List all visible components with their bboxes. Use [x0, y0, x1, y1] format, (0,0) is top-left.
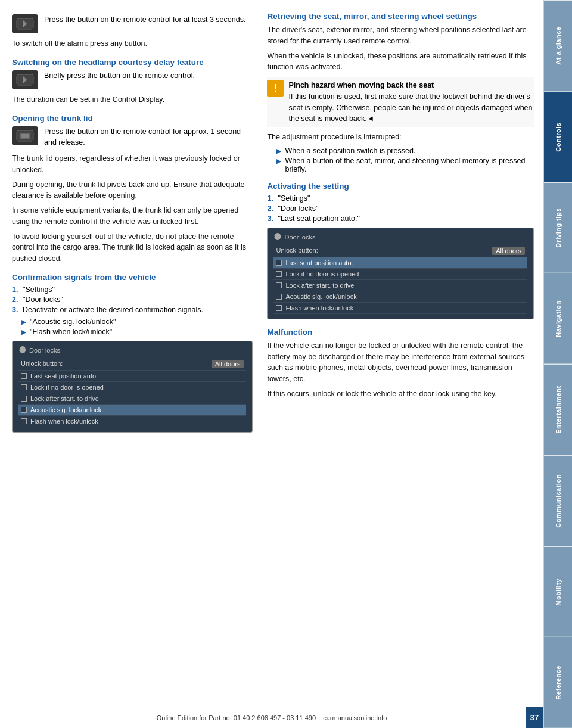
sidebar-tab-mobility[interactable]: Mobility: [544, 546, 572, 637]
trunk-heading: Opening the trunk lid: [12, 114, 253, 123]
activating-list: 1. "Settings" 2. "Door locks" 3. "Last s…: [267, 194, 534, 223]
headlamp-note: The duration can be set in the Control D…: [12, 94, 253, 105]
trunk-para2: During opening, the trunk lid pivots bac…: [12, 179, 253, 202]
act-item-2: 2. "Door locks": [267, 204, 534, 213]
screen1-title: Door locks: [29, 347, 60, 354]
sidebar: At a glance Controls Driving tips Naviga…: [543, 0, 572, 728]
screen1-wrapper: Door locks Unlock button: All doors Last…: [12, 341, 253, 433]
screen2-header-label: Unlock button:: [276, 247, 318, 255]
screen-checkbox: [21, 384, 27, 390]
remote-icon-trunk: [12, 126, 38, 145]
screen-checkbox: [21, 407, 27, 413]
screen-checkbox: [276, 282, 282, 288]
screen-row: Lock if no door is opened: [18, 382, 246, 393]
screen-checkbox: [276, 305, 282, 311]
warning-title: Pinch hazard when moving back the seat: [288, 81, 434, 89]
sidebar-tab-controls[interactable]: Controls: [544, 91, 572, 182]
confirmation-heading: Confirmation signals from the vehicle: [12, 273, 253, 282]
conf-sub1: ▶ "Acoustic sig. lock/unlock": [21, 318, 253, 326]
trunk-instruction-block: Press the button on the remote control f…: [12, 126, 253, 149]
screen-checkbox: [276, 271, 282, 277]
remote-icon-headlamp: [12, 70, 38, 89]
conf-sub2: ▶ "Flash when lock/unlock": [21, 328, 253, 336]
sidebar-tab-driving-tips[interactable]: Driving tips: [544, 182, 572, 273]
malfunction-para2: If this occurs, unlock or lock the vehic…: [267, 388, 534, 400]
screen-checkbox: [21, 396, 27, 402]
sidebar-tab-reference[interactable]: Reference: [544, 637, 572, 728]
screen-checkbox: [21, 418, 27, 424]
screen-checkbox: [276, 260, 282, 266]
footer-text: Online Edition for Part no. 01 40 2 606 …: [157, 714, 387, 721]
trunk-instruction-text: Press the button on the remote control f…: [44, 126, 253, 149]
svg-rect-6: [21, 134, 29, 138]
activating-heading: Activating the setting: [267, 182, 534, 191]
screen2-rows: Last seat position auto.Lock if no door …: [273, 257, 527, 314]
screen1-header: Unlock button: All doors: [18, 358, 246, 371]
screen-row: Acoustic sig. lock/unlock: [273, 291, 527, 303]
intro-instruction-block: Press the button on the remote control f…: [12, 14, 253, 33]
warning-body: If this function is used, first make sur…: [288, 92, 532, 123]
retrieve-para2: When the vehicle is unlocked, these posi…: [267, 51, 534, 73]
retrieve-heading: Retrieving the seat, mirror, and steerin…: [267, 12, 534, 21]
screen2-header: Unlock button: All doors: [273, 245, 527, 257]
screen-row: Flash when lock/unlock: [18, 416, 246, 427]
screen2-title-bar: Door locks: [273, 233, 527, 241]
confirmation-sublist: ▶ "Acoustic sig. lock/unlock" ▶ "Flash w…: [21, 318, 253, 336]
switch-off-alarm-text: To switch off the alarm: press any butto…: [12, 38, 253, 49]
confirmation-list: 1. "Settings" 2. "Door locks" 3. Deactiv…: [12, 285, 253, 314]
conf-item-2: 2. "Door locks": [12, 295, 253, 304]
act-item-1: 1. "Settings": [267, 194, 534, 203]
intro-instruction-text: Press the button on the remote control f…: [44, 14, 253, 26]
page-footer: Online Edition for Part no. 01 40 2 606 …: [0, 707, 543, 728]
headlamp-instruction-block: Briefly press the button on the remote c…: [12, 70, 253, 89]
trunk-para3: In some vehicle equipment variants, the …: [12, 205, 253, 228]
screen-row: Last seat position auto.: [273, 257, 527, 269]
warning-icon: !: [267, 80, 284, 97]
trunk-para1: The trunk lid opens, regardless of wheth…: [12, 153, 253, 176]
screen1-rows: Last seat position auto.Lock if no door …: [18, 371, 246, 427]
page-number: 37: [526, 707, 543, 728]
screen1: Door locks Unlock button: All doors Last…: [12, 341, 253, 433]
screen2: Door locks Unlock button: All doors Last…: [267, 228, 534, 319]
conf-item-1: 1. "Settings": [12, 285, 253, 294]
retrieve-para1: The driver's seat, exterior mirror, and …: [267, 24, 534, 47]
malfunction-heading: Malfunction: [267, 328, 534, 337]
remote-icon-chevron: [12, 14, 38, 33]
screen1-header-label: Unlock button:: [21, 360, 63, 368]
retrieve-bullet2: ▶ When a button of the seat, mirror, and…: [276, 157, 534, 173]
headlamp-instruction-text: Briefly press the button on the remote c…: [44, 70, 253, 82]
sidebar-tab-communication[interactable]: Communication: [544, 455, 572, 546]
screen2-title: Door locks: [284, 234, 315, 241]
screen-checkbox: [276, 294, 282, 300]
headlamp-heading: Switching on the headlamp courtesy delay…: [12, 58, 253, 67]
conf-item-3: 3. Deactivate or activate the desired co…: [12, 306, 253, 314]
screen1-title-bar: Door locks: [18, 346, 246, 354]
warning-text: Pinch hazard when moving back the seat I…: [288, 80, 534, 125]
interrupted-title: The adjustment procedure is interrupted:: [267, 132, 534, 143]
screen-row: Acoustic sig. lock/unlock: [18, 405, 246, 416]
sidebar-tab-navigation[interactable]: Navigation: [544, 273, 572, 364]
sidebar-tab-entertainment[interactable]: Entertainment: [544, 364, 572, 455]
screen2-wrapper: Door locks Unlock button: All doors Last…: [267, 228, 534, 319]
malfunction-para1: If the vehicle can no longer be locked o…: [267, 340, 534, 385]
trunk-para4: To avoid locking yourself out of the veh…: [12, 231, 253, 265]
screen1-header-value: All doors: [212, 360, 244, 368]
screen2-header-value: All doors: [492, 247, 525, 255]
retrieve-bullet1: ▶ When a seat position switch is pressed…: [276, 147, 534, 155]
screen-row: Last seat position auto.: [18, 371, 246, 382]
retrieve-bullets: ▶ When a seat position switch is pressed…: [276, 147, 534, 173]
screen-row: Flash when lock/unlock: [273, 303, 527, 314]
screen-checkbox: [21, 373, 27, 379]
warning-block: ! Pinch hazard when moving back the seat…: [267, 77, 534, 127]
sidebar-tab-at-a-glance[interactable]: At a glance: [544, 0, 572, 91]
screen-row: Lock after start. to drive: [273, 280, 527, 291]
act-item-3: 3. "Last seat position auto.": [267, 214, 534, 223]
screen-row: Lock after start. to drive: [18, 393, 246, 405]
screen-row: Lock if no door is opened: [273, 269, 527, 280]
